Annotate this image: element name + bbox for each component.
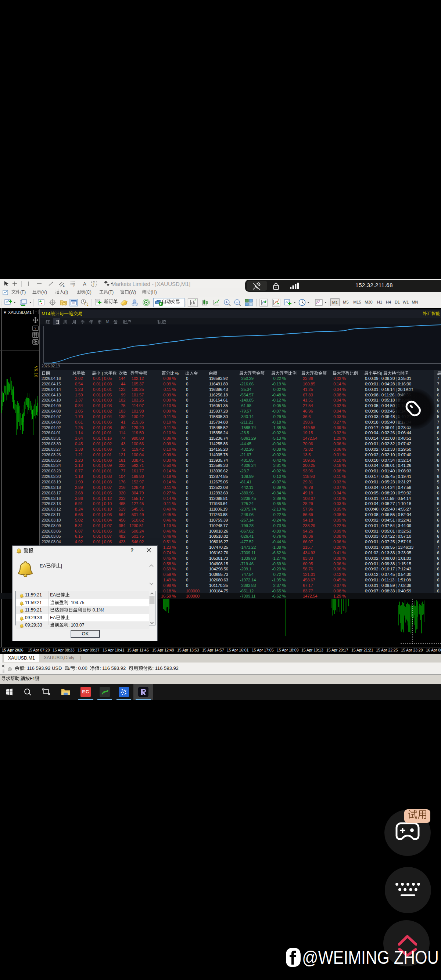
svg-text:A: A [83, 281, 86, 287]
svg-text:E: E [63, 285, 65, 287]
svg-text:?: ? [34, 326, 37, 330]
svg-text:T: T [93, 282, 95, 286]
svg-text:F: F [74, 285, 75, 287]
